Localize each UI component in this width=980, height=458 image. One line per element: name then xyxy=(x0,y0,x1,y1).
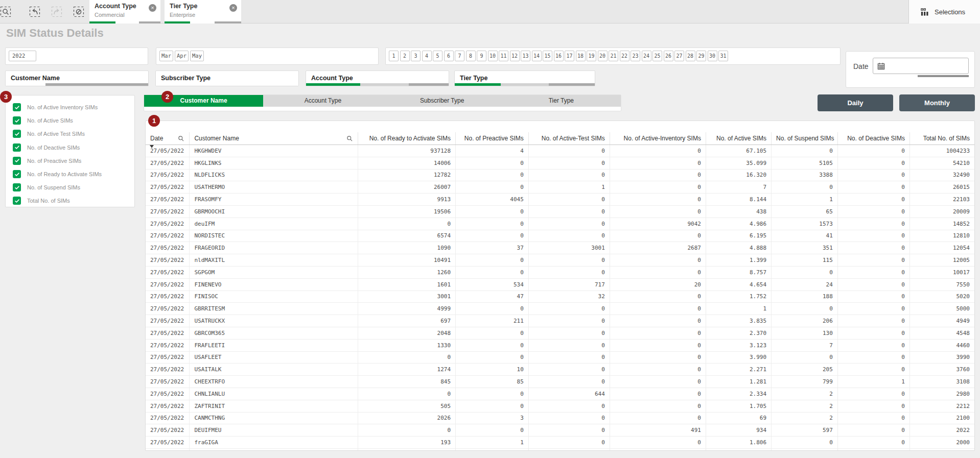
table-cell[interactable]: 0 xyxy=(837,364,909,376)
table-cell[interactable]: 2100 xyxy=(909,412,974,424)
table-cell[interactable]: 2 xyxy=(772,400,838,412)
checkbox-checked-icon[interactable] xyxy=(13,197,21,205)
day-value-cell[interactable]: 18 xyxy=(576,51,586,61)
table-cell[interactable]: 1.281 xyxy=(706,376,771,388)
year-value-cell[interactable]: 2022 xyxy=(9,51,36,61)
day-value-cell[interactable]: 16 xyxy=(554,51,564,61)
selection-chip[interactable]: Account TypeCommercial× xyxy=(89,0,160,23)
checkbox-checked-icon[interactable] xyxy=(13,157,21,165)
day-value-cell[interactable]: 1 xyxy=(389,51,399,61)
day-value-cell[interactable]: 4 xyxy=(422,51,432,61)
close-icon[interactable]: × xyxy=(149,4,156,12)
column-header-date[interactable]: Date xyxy=(146,132,190,145)
table-cell[interactable]: 27/05/2022 xyxy=(146,218,190,230)
table-cell[interactable]: 67.105 xyxy=(706,145,771,157)
table-cell[interactable]: 0 xyxy=(528,145,610,157)
day-filter-listbox[interactable]: 1234567891011121314151617181920212223242… xyxy=(385,47,841,65)
table-cell[interactable]: USATHERMO xyxy=(190,181,358,194)
table-cell[interactable]: 2980 xyxy=(909,388,974,400)
table-cell[interactable]: 0 xyxy=(610,303,706,315)
table-cell[interactable]: 27/05/2022 xyxy=(146,315,190,327)
table-cell[interactable]: 0 xyxy=(456,339,529,351)
table-cell[interactable]: 5000 xyxy=(909,303,974,315)
table-cell[interactable]: 8.144 xyxy=(706,194,771,206)
table-cell[interactable]: 115 xyxy=(772,254,838,267)
table-cell[interactable]: 27/05/2022 xyxy=(146,194,190,206)
table-cell[interactable]: 0 xyxy=(528,254,610,267)
table-cell[interactable]: 0 xyxy=(837,157,909,169)
metric-list-item[interactable]: No. of Ready to Activate SIMs xyxy=(6,167,134,181)
table-cell[interactable]: 0 xyxy=(528,218,610,230)
table-cell[interactable]: 0 xyxy=(528,315,610,327)
table-cell[interactable]: 0 xyxy=(837,254,909,267)
table-cell[interactable]: 0 xyxy=(610,437,706,449)
day-value-cell[interactable]: 27 xyxy=(674,51,684,61)
table-cell[interactable]: GBRMOOCHI xyxy=(190,205,358,218)
table-cell[interactable]: 0 xyxy=(610,157,706,169)
day-value-cell[interactable]: 25 xyxy=(652,51,662,61)
table-cell[interactable]: 14006 xyxy=(358,157,455,169)
checkbox-checked-icon[interactable] xyxy=(13,116,21,125)
table-cell[interactable]: 0 xyxy=(528,205,610,218)
year-filter-listbox[interactable]: 2022 xyxy=(5,47,148,65)
table-cell[interactable]: 1260 xyxy=(358,266,455,278)
table-cell[interactable]: fraGIGA xyxy=(190,437,358,449)
table-cell[interactable]: 0 xyxy=(528,437,610,449)
clear-selections-icon[interactable] xyxy=(73,6,84,17)
column-header-no-of-preactive-sims[interactable]: No. of Preactive SIMs xyxy=(456,132,529,145)
table-cell[interactable]: 35.099 xyxy=(706,157,771,169)
day-value-cell[interactable]: 31 xyxy=(718,51,728,61)
table-cell[interactable]: 0 xyxy=(837,388,909,400)
table-cell[interactable]: 0 xyxy=(528,194,610,206)
table-cell[interactable]: 0 xyxy=(837,424,909,437)
table-cell[interactable]: 0 xyxy=(528,400,610,412)
table-cell[interactable]: 0 xyxy=(456,448,529,451)
day-value-cell[interactable]: 13 xyxy=(521,51,530,61)
date-input[interactable] xyxy=(873,58,969,74)
table-cell[interactable]: 27/05/2022 xyxy=(146,303,190,315)
day-value-cell[interactable]: 17 xyxy=(565,51,574,61)
table-cell[interactable]: 0 xyxy=(837,205,909,218)
table-cell[interactable]: 47 xyxy=(456,291,529,303)
table-cell[interactable]: 0 xyxy=(610,339,706,351)
day-value-cell[interactable]: 6 xyxy=(444,51,454,61)
checkbox-checked-icon[interactable] xyxy=(13,130,21,138)
checkbox-checked-icon[interactable] xyxy=(13,143,21,152)
table-cell[interactable]: ZAFTRINIT xyxy=(190,400,358,412)
table-cell[interactable]: 0 xyxy=(772,145,838,157)
search-icon[interactable] xyxy=(178,135,184,142)
table-cell[interactable]: 438 xyxy=(706,205,771,218)
table-cell[interactable]: 505 xyxy=(358,400,455,412)
table-cell[interactable]: 0 xyxy=(837,303,909,315)
column-header-no-of-active-sims[interactable]: No. of Active SIMs xyxy=(706,132,771,145)
metric-list-item[interactable]: No. of Active SIMs xyxy=(6,114,134,127)
table-cell[interactable]: 7550 xyxy=(909,278,974,291)
date-range-slider[interactable] xyxy=(918,75,969,77)
table-cell[interactable]: 27/05/2022 xyxy=(146,376,190,388)
table-cell[interactable]: 20 xyxy=(610,278,706,291)
table-cell[interactable]: 0 xyxy=(610,254,706,267)
table-cell[interactable]: 41 xyxy=(772,230,838,242)
table-cell[interactable]: 0 xyxy=(610,351,706,364)
table-cell[interactable]: 3001 xyxy=(358,291,455,303)
table-cell[interactable]: 0 xyxy=(528,364,610,376)
filter-field-tier-type[interactable]: Tier Type xyxy=(454,70,595,86)
table-cell[interactable]: 1 xyxy=(528,181,610,194)
selections-search-icon[interactable] xyxy=(0,6,11,17)
table-cell[interactable]: NLDFLICKS xyxy=(190,169,358,181)
table-cell[interactable]: 2212 xyxy=(909,400,974,412)
table-cell[interactable]: 4045 xyxy=(456,194,529,206)
table-cell[interactable]: 0 xyxy=(528,303,610,315)
table-cell[interactable]: 0 xyxy=(456,327,529,339)
table-cell[interactable]: 0 xyxy=(610,205,706,218)
table-cell[interactable]: 0 xyxy=(610,181,706,194)
table-cell[interactable]: 2.370 xyxy=(706,327,771,339)
table-cell[interactable]: 0 xyxy=(610,291,706,303)
table-cell[interactable]: 9042 xyxy=(610,218,706,230)
table-cell[interactable]: 2048 xyxy=(358,327,455,339)
column-header-customer-name[interactable]: Customer Name xyxy=(190,132,358,145)
filter-field-subscriber-type[interactable]: Subscriber Type xyxy=(155,70,299,86)
day-value-cell[interactable]: 10 xyxy=(488,51,498,61)
table-cell[interactable]: 491 xyxy=(610,424,706,437)
table-cell[interactable]: 0 xyxy=(456,157,529,169)
